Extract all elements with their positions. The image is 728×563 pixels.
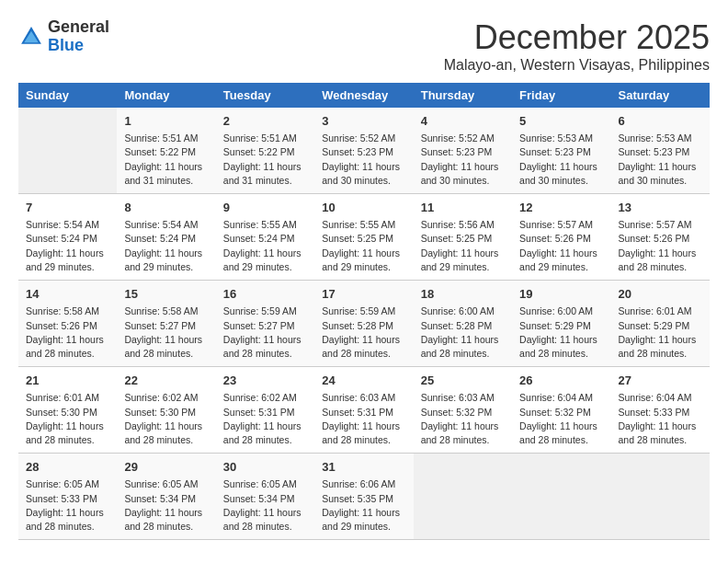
column-header-friday: Friday (512, 83, 610, 108)
day-number: 20 (619, 286, 702, 303)
day-number: 6 (619, 113, 702, 130)
calendar-cell: 31Sunrise: 6:06 AM Sunset: 5:35 PM Dayli… (314, 454, 413, 540)
column-header-monday: Monday (117, 83, 215, 108)
day-number: 14 (26, 286, 109, 303)
calendar-cell (611, 454, 710, 540)
calendar-cell: 16Sunrise: 5:59 AM Sunset: 5:27 PM Dayli… (216, 281, 314, 367)
logo-blue: Blue (48, 36, 84, 54)
calendar-cell: 5Sunrise: 5:53 AM Sunset: 5:23 PM Daylig… (512, 108, 610, 194)
calendar-cell: 17Sunrise: 5:59 AM Sunset: 5:28 PM Dayli… (314, 281, 413, 367)
day-number: 25 (421, 373, 505, 389)
calendar-cell: 12Sunrise: 5:57 AM Sunset: 5:26 PM Dayli… (512, 194, 610, 281)
day-number: 16 (223, 286, 307, 303)
logo: General Blue (18, 18, 109, 55)
title-block: December 2025 Malayo-an, Western Visayas… (444, 18, 710, 74)
day-info: Sunrise: 6:05 AM Sunset: 5:34 PM Dayligh… (223, 477, 307, 534)
day-number: 10 (322, 200, 405, 216)
day-info: Sunrise: 6:05 AM Sunset: 5:34 PM Dayligh… (124, 477, 208, 534)
calendar-cell: 28Sunrise: 6:05 AM Sunset: 5:33 PM Dayli… (18, 454, 117, 540)
day-number: 24 (322, 373, 405, 389)
column-header-sunday: Sunday (18, 83, 117, 108)
day-info: Sunrise: 6:03 AM Sunset: 5:32 PM Dayligh… (421, 391, 505, 447)
day-info: Sunrise: 5:52 AM Sunset: 5:23 PM Dayligh… (421, 132, 505, 188)
day-info: Sunrise: 6:03 AM Sunset: 5:31 PM Dayligh… (322, 391, 405, 447)
calendar-cell: 19Sunrise: 6:00 AM Sunset: 5:29 PM Dayli… (512, 281, 610, 367)
day-info: Sunrise: 5:59 AM Sunset: 5:28 PM Dayligh… (322, 304, 405, 361)
day-number: 13 (619, 200, 702, 216)
day-number: 15 (124, 286, 208, 303)
day-number: 4 (421, 113, 505, 130)
header-row: SundayMondayTuesdayWednesdayThursdayFrid… (18, 83, 710, 108)
day-number: 7 (26, 200, 109, 216)
day-number: 1 (124, 113, 208, 130)
day-info: Sunrise: 6:06 AM Sunset: 5:35 PM Dayligh… (322, 477, 405, 534)
calendar-table: SundayMondayTuesdayWednesdayThursdayFrid… (18, 83, 710, 540)
calendar-cell: 9Sunrise: 5:55 AM Sunset: 5:24 PM Daylig… (216, 194, 314, 281)
calendar-cell: 6Sunrise: 5:53 AM Sunset: 5:23 PM Daylig… (611, 108, 710, 194)
day-number: 31 (322, 459, 405, 476)
day-number: 26 (519, 373, 603, 389)
calendar-cell: 29Sunrise: 6:05 AM Sunset: 5:34 PM Dayli… (117, 454, 215, 540)
day-info: Sunrise: 6:04 AM Sunset: 5:32 PM Dayligh… (519, 391, 603, 447)
day-number: 5 (519, 113, 603, 130)
week-row-4: 21Sunrise: 6:01 AM Sunset: 5:30 PM Dayli… (18, 367, 710, 454)
day-number: 18 (421, 286, 505, 303)
calendar-cell (512, 454, 610, 540)
column-header-tuesday: Tuesday (216, 83, 314, 108)
calendar-cell: 11Sunrise: 5:56 AM Sunset: 5:25 PM Dayli… (414, 194, 512, 281)
day-number: 22 (124, 373, 208, 389)
calendar-cell: 20Sunrise: 6:01 AM Sunset: 5:29 PM Dayli… (611, 281, 710, 367)
day-info: Sunrise: 5:54 AM Sunset: 5:24 PM Dayligh… (26, 218, 109, 274)
day-number: 30 (223, 459, 307, 476)
calendar-cell: 21Sunrise: 6:01 AM Sunset: 5:30 PM Dayli… (18, 367, 117, 454)
day-info: Sunrise: 6:01 AM Sunset: 5:30 PM Dayligh… (26, 391, 109, 447)
calendar-cell: 24Sunrise: 6:03 AM Sunset: 5:31 PM Dayli… (314, 367, 413, 454)
day-info: Sunrise: 5:55 AM Sunset: 5:24 PM Dayligh… (223, 218, 307, 274)
day-info: Sunrise: 6:05 AM Sunset: 5:33 PM Dayligh… (26, 477, 109, 534)
calendar-cell: 23Sunrise: 6:02 AM Sunset: 5:31 PM Dayli… (216, 367, 314, 454)
calendar-cell: 27Sunrise: 6:04 AM Sunset: 5:33 PM Dayli… (611, 367, 710, 454)
calendar-cell: 2Sunrise: 5:51 AM Sunset: 5:22 PM Daylig… (216, 108, 314, 194)
calendar-cell (18, 108, 117, 194)
day-number: 28 (26, 459, 109, 476)
week-row-1: 1Sunrise: 5:51 AM Sunset: 5:22 PM Daylig… (18, 108, 710, 194)
logo-text: General Blue (48, 18, 109, 55)
calendar-cell: 26Sunrise: 6:04 AM Sunset: 5:32 PM Dayli… (512, 367, 610, 454)
main-title: December 2025 (444, 18, 710, 57)
calendar-cell: 30Sunrise: 6:05 AM Sunset: 5:34 PM Dayli… (216, 454, 314, 540)
day-number: 11 (421, 200, 505, 216)
calendar-cell: 22Sunrise: 6:02 AM Sunset: 5:30 PM Dayli… (117, 367, 215, 454)
day-info: Sunrise: 5:51 AM Sunset: 5:22 PM Dayligh… (223, 132, 307, 188)
calendar-cell: 15Sunrise: 5:58 AM Sunset: 5:27 PM Dayli… (117, 281, 215, 367)
week-row-2: 7Sunrise: 5:54 AM Sunset: 5:24 PM Daylig… (18, 194, 710, 281)
day-info: Sunrise: 5:55 AM Sunset: 5:25 PM Dayligh… (322, 218, 405, 274)
day-info: Sunrise: 5:52 AM Sunset: 5:23 PM Dayligh… (322, 132, 405, 188)
calendar-cell: 4Sunrise: 5:52 AM Sunset: 5:23 PM Daylig… (414, 108, 512, 194)
day-info: Sunrise: 5:53 AM Sunset: 5:23 PM Dayligh… (519, 132, 603, 188)
column-header-thursday: Thursday (414, 83, 512, 108)
day-info: Sunrise: 6:02 AM Sunset: 5:31 PM Dayligh… (223, 391, 307, 447)
day-number: 29 (124, 459, 208, 476)
calendar-cell: 3Sunrise: 5:52 AM Sunset: 5:23 PM Daylig… (314, 108, 413, 194)
column-header-wednesday: Wednesday (314, 83, 413, 108)
day-number: 3 (322, 113, 405, 130)
calendar-cell: 1Sunrise: 5:51 AM Sunset: 5:22 PM Daylig… (117, 108, 215, 194)
day-number: 23 (223, 373, 307, 389)
day-info: Sunrise: 6:01 AM Sunset: 5:29 PM Dayligh… (619, 304, 702, 361)
day-info: Sunrise: 6:02 AM Sunset: 5:30 PM Dayligh… (124, 391, 208, 447)
calendar-cell: 14Sunrise: 5:58 AM Sunset: 5:26 PM Dayli… (18, 281, 117, 367)
calendar-cell: 25Sunrise: 6:03 AM Sunset: 5:32 PM Dayli… (414, 367, 512, 454)
day-info: Sunrise: 5:54 AM Sunset: 5:24 PM Dayligh… (124, 218, 208, 274)
week-row-3: 14Sunrise: 5:58 AM Sunset: 5:26 PM Dayli… (18, 281, 710, 367)
day-info: Sunrise: 5:57 AM Sunset: 5:26 PM Dayligh… (519, 218, 603, 274)
calendar-cell: 8Sunrise: 5:54 AM Sunset: 5:24 PM Daylig… (117, 194, 215, 281)
day-number: 27 (619, 373, 702, 389)
day-info: Sunrise: 5:58 AM Sunset: 5:26 PM Dayligh… (26, 304, 109, 361)
day-number: 19 (519, 286, 603, 303)
subtitle: Malayo-an, Western Visayas, Philippines (444, 57, 710, 74)
calendar-cell (414, 454, 512, 540)
day-number: 17 (322, 286, 405, 303)
calendar-cell: 18Sunrise: 6:00 AM Sunset: 5:28 PM Dayli… (414, 281, 512, 367)
calendar-cell: 13Sunrise: 5:57 AM Sunset: 5:26 PM Dayli… (611, 194, 710, 281)
day-number: 12 (519, 200, 603, 216)
